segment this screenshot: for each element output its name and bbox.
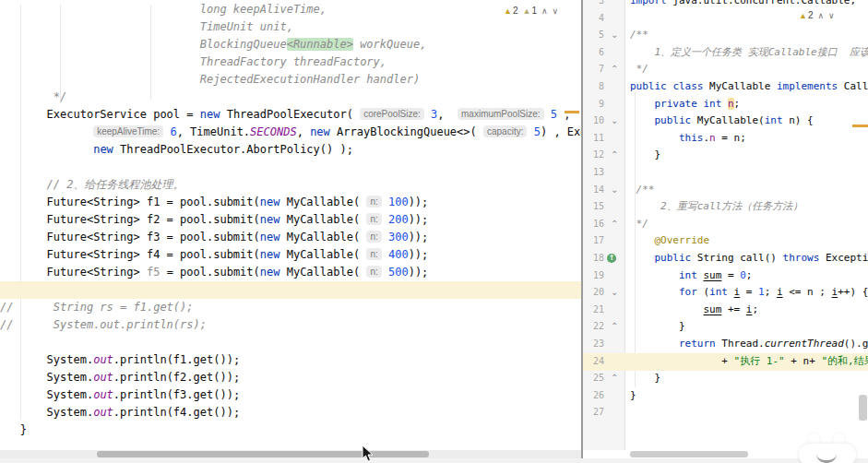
code-line[interactable] (0, 281, 581, 299)
fold-marker-icon[interactable]: ⌃ (611, 318, 618, 336)
line-number[interactable]: 24 (583, 353, 604, 371)
line-number[interactable]: 4 (583, 10, 604, 28)
code-line[interactable]: 22⌃ } (583, 318, 868, 336)
left-code-lines[interactable]: long keepAliveTime, TimeUnit unit, Block… (0, 0, 581, 463)
code-line[interactable]: 5⌄/** (583, 27, 868, 44)
code-line[interactable]: keepAliveTime: 6, TimeUnit.SECONDS, new … (0, 124, 581, 141)
fold-marker-icon[interactable]: ⌄ (611, 182, 618, 199)
code-line[interactable]: 15 2、重写call方法（任务方法） (583, 198, 868, 216)
line-number[interactable]: 21 (583, 302, 604, 319)
code-line[interactable]: } (0, 421, 581, 439)
code-line[interactable]: Future<String> f1 = pool.submit(new MyCa… (0, 194, 581, 211)
line-number[interactable]: 15 (583, 198, 604, 216)
line-number[interactable]: 20 (583, 284, 604, 302)
code-line[interactable]: System.out.println(f2.get()); (0, 369, 581, 386)
inspection-widget[interactable]: ▲2 ▲1 ∧ ∨ (504, 6, 558, 16)
line-number[interactable]: 7 (583, 61, 604, 78)
line-number[interactable]: 9 (583, 96, 604, 113)
warning-stripe-mark[interactable] (565, 111, 579, 113)
line-number[interactable]: 8 (583, 78, 604, 96)
code-line[interactable]: 25⌃ } (583, 370, 868, 387)
horizontal-scrollbar-thumb[interactable] (97, 451, 429, 457)
line-number[interactable]: 27 (583, 404, 604, 421)
code-line[interactable]: 9 private int n; (583, 96, 868, 113)
fold-marker-icon[interactable]: ⌃ (611, 147, 618, 164)
code-line[interactable]: 10⌄ public MyCallable(int n) { (583, 113, 868, 130)
line-number[interactable]: 3 (583, 0, 604, 10)
code-line[interactable]: 12⌃ } (583, 147, 868, 164)
line-number[interactable]: 11 (583, 130, 604, 148)
code-line[interactable]: ThreadFactory threadFactory, (0, 53, 581, 71)
code-line[interactable]: 14⌄ /** (583, 182, 868, 199)
code-token: System. (0, 353, 93, 366)
code-line[interactable]: Future<String> f3 = pool.submit(new MyCa… (0, 229, 581, 246)
line-number[interactable]: 6 (583, 44, 604, 62)
code-line[interactable]: new ThreadPoolExecutor.AbortPolicy() ); (0, 141, 581, 159)
code-line[interactable]: // 2、给任务线程池处理。 (0, 176, 581, 194)
line-number[interactable]: 13 (583, 164, 604, 182)
fold-marker-icon[interactable]: ⌄ (611, 250, 618, 267)
right-editor-panel[interactable]: 3import java.util.concurrent.Callable;45… (583, 0, 868, 463)
code-line[interactable]: */ (0, 89, 581, 106)
horizontal-scrollbar-thumb[interactable] (630, 451, 748, 457)
fold-marker-icon[interactable]: ⌄ (611, 284, 618, 302)
code-line[interactable]: TimeUnit unit, (0, 18, 581, 36)
code-line[interactable]: 3import java.util.concurrent.Callable; (583, 0, 868, 10)
code-line[interactable]: 13 (583, 164, 868, 182)
vertical-scrollbar-thumb[interactable] (859, 395, 867, 421)
code-line[interactable]: // System.out.println(rs); (0, 316, 581, 334)
code-line[interactable]: 7⌃ */ (583, 61, 868, 78)
line-number[interactable]: 17 (583, 232, 604, 250)
line-number[interactable]: 25 (583, 370, 604, 387)
code-line[interactable]: 23 return Thread.currentThread().getName… (583, 336, 868, 353)
code-line[interactable]: 26} (583, 387, 868, 405)
line-number[interactable]: 10 (583, 113, 604, 130)
code-line[interactable]: 20⌄ for (int i = 1; i <= n ; i++) { (583, 284, 868, 302)
code-line[interactable] (0, 334, 581, 351)
code-line[interactable]: Future<String> f2 = pool.submit(new MyCa… (0, 211, 581, 229)
line-number[interactable]: 22 (583, 318, 604, 336)
next-issue-button[interactable]: ∨ (553, 6, 559, 16)
code-line[interactable]: 27 (583, 404, 868, 421)
code-line[interactable]: Future<String> f5 = pool.submit(new MyCa… (0, 264, 581, 281)
fold-marker-icon[interactable]: ⌃ (611, 370, 618, 387)
code-line[interactable]: 11 this.n = n; (583, 130, 868, 148)
code-line[interactable]: 8public class MyCallable implements Call… (583, 78, 868, 96)
inspection-widget[interactable]: ▲2 ∧ ∨ (799, 10, 835, 20)
code-line[interactable]: 19 int sum = 0; (583, 267, 868, 285)
code-line[interactable]: System.out.println(f3.get()); (0, 386, 581, 404)
line-number[interactable]: 19 (583, 267, 604, 285)
line-number[interactable]: 26 (583, 387, 604, 405)
code-line[interactable] (0, 159, 581, 176)
prev-issue-button[interactable]: ∧ (817, 11, 824, 20)
warning-stripe-mark[interactable] (852, 125, 868, 127)
line-number[interactable]: 5 (583, 27, 604, 44)
code-line[interactable]: Future<String> f4 = pool.submit(new MyCa… (0, 246, 581, 264)
prev-issue-button[interactable]: ∧ (541, 6, 548, 16)
fold-marker-icon[interactable]: ⌄ (611, 27, 618, 44)
code-line[interactable]: System.out.println(f1.get()); (0, 351, 581, 369)
code-line[interactable]: System.out.println(f4.get()); (0, 404, 581, 421)
line-number[interactable]: 18 (583, 250, 604, 267)
code-line[interactable]: ExecutorService pool = new ThreadPoolExe… (0, 106, 581, 124)
line-number[interactable]: 12 (583, 147, 604, 164)
code-line[interactable]: RejectedExecutionHandler handler) (0, 71, 581, 89)
fold-marker-icon[interactable]: ⌄ (611, 113, 618, 130)
code-line[interactable]: 6 1、定义一个任务类 实现Callable接口 应该 (583, 44, 868, 62)
fold-marker-icon[interactable]: ⌃ (611, 216, 618, 233)
code-line[interactable]: 17 @Override (583, 232, 868, 250)
line-number[interactable]: 16 (583, 216, 604, 233)
line-number[interactable]: 14 (583, 182, 604, 199)
code-line[interactable]: BlockingQueue<Runnable> workQueue, (0, 36, 581, 53)
left-editor-panel[interactable]: long keepAliveTime, TimeUnit unit, Block… (0, 0, 581, 463)
code-line[interactable]: 16⌃ */ (583, 216, 868, 233)
line-number[interactable]: 23 (583, 336, 604, 353)
code-line[interactable]: 21 sum += i; (583, 302, 868, 319)
code-line[interactable]: long keepAliveTime, (0, 1, 581, 18)
right-code-lines[interactable]: 3import java.util.concurrent.Callable;45… (583, 0, 868, 463)
code-line[interactable]: 18↑⌄ public String call() throws Excepti… (583, 250, 868, 267)
next-issue-button[interactable]: ∨ (828, 11, 835, 20)
code-line[interactable]: 24 + "执行 1-" + n+ "的和,结果是:" (583, 353, 868, 371)
code-line[interactable]: // String rs = f1.get(); (0, 299, 581, 316)
fold-marker-icon[interactable]: ⌃ (611, 61, 618, 78)
